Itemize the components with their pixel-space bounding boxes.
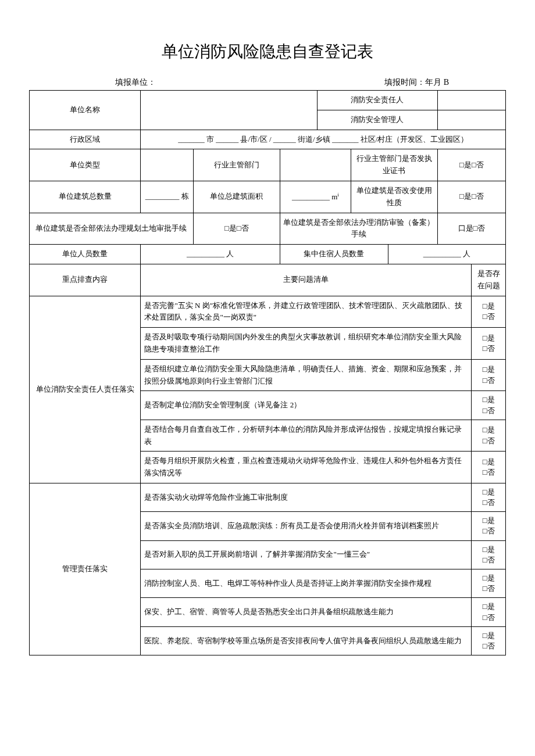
- s2-item-5: 医院、养老院、寄宿制学校等重点场所是否安排夜间专人值守并具备夜间组织人员疏散逃生…: [141, 626, 472, 655]
- filing-unit-label: 填报单位：: [115, 77, 156, 88]
- fire-review-q-label: 单位建筑是否全部依法办理消防审验（备案）手续: [280, 213, 437, 245]
- s1-check-3[interactable]: □是□否: [472, 391, 506, 420]
- land-approval-yesno[interactable]: □是□否: [193, 213, 280, 245]
- total-area-label: 单位总建筑面积: [193, 181, 280, 213]
- building-count-label: 单位建筑总数量: [30, 181, 141, 213]
- land-approval-q-label: 单位建筑是否全部依法办理规划土地审批手续: [30, 213, 194, 245]
- s1-item-0: 是否完善"五实 N 岗"标准化管理体系，并建立行政管理团队、技术管理团队、灭火疏…: [141, 296, 472, 328]
- unit-type-label: 单位类型: [30, 149, 141, 181]
- main-list-header: 主要问题清单: [141, 264, 472, 296]
- safety-person-label: 消防安全责任人: [317, 91, 437, 110]
- s1-item-3: 是否制定单位消防安全管理制度（详见备注 2）: [141, 391, 472, 420]
- use-change-q-label: 单位建筑是否改变使用性质: [351, 181, 438, 213]
- license-q-label: 行业主管部门是否发执业证书: [351, 149, 438, 181]
- s2-check-3[interactable]: □是□否: [472, 569, 506, 598]
- s2-item-1: 是否落实全员消防培训、应急疏散演练：所有员工是否会使用消火栓并留有培训档案照片: [141, 512, 472, 540]
- s1-item-5: 是否每月组织开展防火检查，重点检查违规动火动焊等危险作业、违规住人和外包外租各方…: [141, 452, 472, 483]
- staff-count-field[interactable]: __________ 人: [141, 245, 280, 264]
- industry-dept-label: 行业主管部门: [193, 149, 280, 181]
- s1-check-0[interactable]: □是□否: [472, 296, 506, 328]
- s1-item-4: 是否结合每月自查自改工作，分析研判本单位的消防风险并形成评估报告，按规定填报台账…: [141, 420, 472, 452]
- unit-name-label: 单位名称: [30, 91, 141, 130]
- unit-type-field[interactable]: [141, 149, 193, 181]
- s1-check-2[interactable]: □是□否: [472, 359, 506, 391]
- safety-manager-label: 消防安全管理人: [317, 110, 437, 130]
- region-label: 行政区域: [30, 130, 141, 149]
- region-field[interactable]: _______ 市 ______ 县/市/区 / ______ 街道/乡镇 __…: [141, 130, 506, 149]
- s1-item-2: 是否组织建立单位消防安全重大风险隐患清单，明确责任人、措施、资金、期限和应急预案…: [141, 359, 472, 391]
- section1-header: 单位消防安全责任人责任落实: [30, 296, 141, 483]
- page-title: 单位消防风险隐患自查登记表: [29, 41, 506, 63]
- key-content-header: 重点排查内容: [30, 264, 141, 296]
- s2-item-4: 保安、护工、宿管、商管等人员是否熟悉安全出口并具备组织疏散逃生能力: [141, 598, 472, 626]
- s2-check-2[interactable]: □是□否: [472, 540, 506, 569]
- s1-check-4[interactable]: □是□否: [472, 420, 506, 452]
- total-area-field[interactable]: __________ mi: [280, 181, 351, 213]
- license-yesno[interactable]: □是□否: [437, 149, 505, 181]
- building-count-field[interactable]: _________ 栋: [141, 181, 193, 213]
- safety-person-field[interactable]: [437, 91, 505, 110]
- lodging-count-label: 集中住宿人员数量: [280, 245, 388, 264]
- fire-review-yesno[interactable]: 口是□否: [437, 213, 505, 245]
- safety-manager-field[interactable]: [437, 110, 505, 130]
- s1-item-1: 是否及时吸取专项行动期间国内外发生的典型火灾事故教训，组织研究本单位消防安全重大…: [141, 328, 472, 360]
- exist-q-header: 是否存在问题: [472, 264, 506, 296]
- filing-time-label: 填报时间：年月 B: [384, 77, 449, 88]
- s1-check-1[interactable]: □是□否: [472, 328, 506, 360]
- industry-dept-field[interactable]: [280, 149, 351, 181]
- s1-check-5[interactable]: □是□否: [472, 452, 506, 483]
- section2-header: 管理责任落实: [30, 483, 141, 655]
- s2-check-4[interactable]: □是□否: [472, 598, 506, 626]
- use-change-yesno[interactable]: □是□否: [437, 181, 505, 213]
- staff-count-label: 单位人员数量: [30, 245, 141, 264]
- unit-name-field[interactable]: [141, 91, 317, 130]
- form-table: 单位名称 消防安全责任人 消防安全管理人 行政区域 _______ 市 ____…: [29, 90, 506, 655]
- s2-check-1[interactable]: □是□否: [472, 512, 506, 540]
- s2-check-0[interactable]: □是□否: [472, 483, 506, 511]
- meta-row: 填报单位： 填报时间：年月 B: [29, 77, 506, 88]
- s2-check-5[interactable]: □是□否: [472, 626, 506, 655]
- s2-item-0: 是否落实动火动焊等危险作业施工审批制度: [141, 483, 472, 511]
- lodging-count-field[interactable]: __________ 人: [388, 245, 505, 264]
- s2-item-3: 消防控制室人员、电工、电焊工等特种作业人员是否持证上岗并掌握消防安全操作规程: [141, 569, 472, 598]
- s2-item-2: 是否对新入职的员工开展岗前培训，了解并掌握消防安全"一懂三会": [141, 540, 472, 569]
